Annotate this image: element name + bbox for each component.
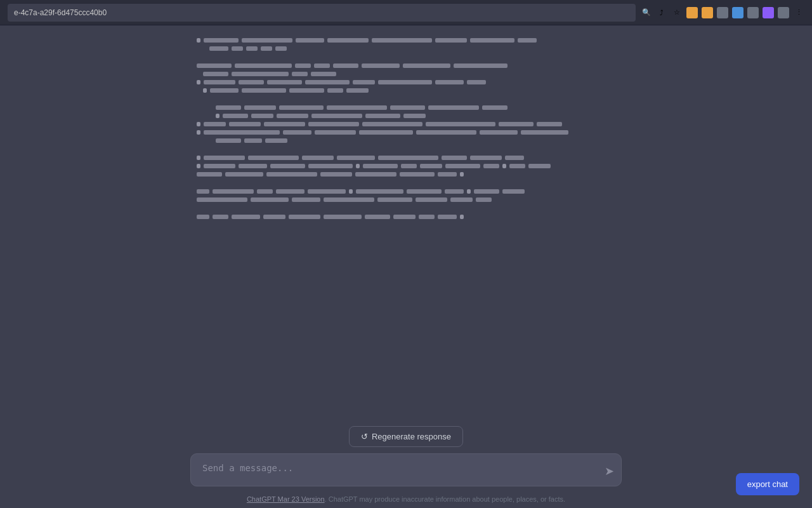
text-block-1 bbox=[197, 38, 615, 51]
ext-icon-1[interactable] bbox=[686, 7, 698, 18]
text-block-2 bbox=[197, 64, 615, 93]
text-block-3 bbox=[197, 105, 615, 143]
chatgpt-version-link[interactable]: ChatGPT Mar 23 Version bbox=[247, 495, 325, 503]
share-icon[interactable]: ⤴ bbox=[656, 7, 667, 18]
bookmark-icon[interactable]: ☆ bbox=[671, 7, 683, 18]
browser-chrome: e-4c7a-a29f-6d475ccc40b0 🔍 ⤴ ☆ ⋮ bbox=[0, 0, 812, 25]
regenerate-icon: ↺ bbox=[361, 432, 368, 441]
text-block-6 bbox=[197, 215, 615, 219]
url-bar[interactable]: e-4c7a-a29f-6d475ccc40b0 bbox=[8, 4, 636, 22]
ext-icon-2[interactable] bbox=[702, 7, 713, 18]
menu-icon[interactable]: ⋮ bbox=[793, 7, 804, 18]
regenerate-button[interactable]: ↺ Regenerate response bbox=[349, 426, 463, 447]
search-icon[interactable]: 🔍 bbox=[641, 7, 652, 18]
export-chat-button[interactable]: export chat bbox=[736, 473, 799, 495]
footer: ChatGPT Mar 23 Version. ChatGPT may prod… bbox=[247, 495, 565, 503]
chat-container: ↺ Regenerate response ➤ ChatGPT Mar 23 V… bbox=[0, 25, 812, 508]
ext-icon-6[interactable] bbox=[763, 7, 774, 18]
text-block-4 bbox=[197, 156, 615, 177]
text-block-5 bbox=[197, 189, 615, 202]
ext-icon-5[interactable] bbox=[747, 7, 759, 18]
browser-toolbar: 🔍 ⤴ ☆ ⋮ bbox=[641, 7, 804, 18]
send-icon: ➤ bbox=[605, 464, 614, 478]
ext-icon-7[interactable] bbox=[778, 7, 789, 18]
message-content bbox=[184, 38, 628, 232]
url-text: e-4c7a-a29f-6d475ccc40b0 bbox=[14, 8, 107, 17]
regenerate-label: Regenerate response bbox=[372, 432, 451, 441]
send-button[interactable]: ➤ bbox=[605, 464, 614, 478]
chat-bottom: ↺ Regenerate response ➤ ChatGPT Mar 23 V… bbox=[0, 416, 812, 508]
ext-icon-3[interactable] bbox=[717, 7, 728, 18]
footer-disclaimer: . ChatGPT may produce inaccurate informa… bbox=[325, 495, 566, 503]
input-area: ➤ bbox=[190, 453, 622, 489]
chat-messages bbox=[0, 25, 812, 416]
message-input[interactable] bbox=[190, 453, 622, 486]
ext-icon-4[interactable] bbox=[732, 7, 743, 18]
